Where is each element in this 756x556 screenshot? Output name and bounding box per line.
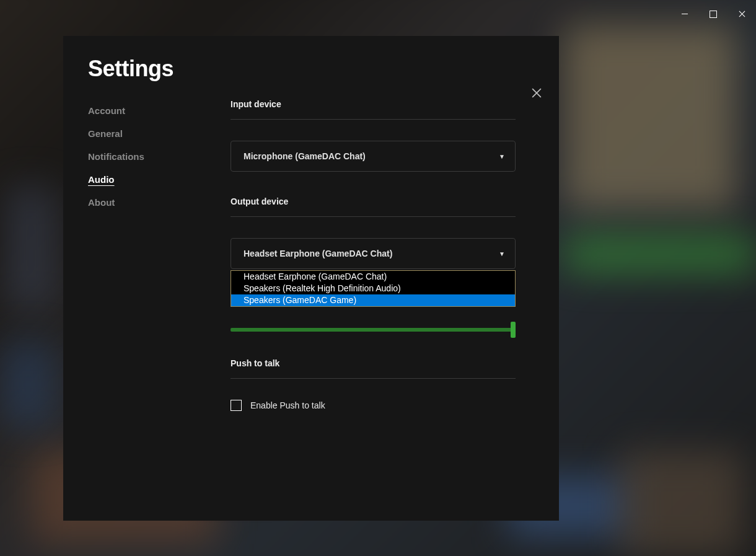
settings-sidebar: Account General Notifications Audio Abou… bbox=[63, 94, 206, 517]
enable-ptt-label: Enable Push to talk bbox=[250, 400, 325, 410]
push-to-talk-label: Push to talk bbox=[231, 358, 516, 379]
chevron-down-icon: ▼ bbox=[499, 250, 505, 257]
page-title: Settings bbox=[88, 56, 559, 82]
sidebar-item-notifications[interactable]: Notifications bbox=[88, 145, 206, 168]
output-device-select-wrap: Headset Earphone (GameDAC Chat) ▼ Headse… bbox=[231, 238, 516, 269]
output-device-label: Output device bbox=[231, 196, 516, 217]
output-device-selected-value: Headset Earphone (GameDAC Chat) bbox=[244, 249, 392, 258]
enable-ptt-checkbox[interactable] bbox=[231, 400, 242, 411]
window-maximize-button[interactable] bbox=[699, 4, 727, 24]
slider-thumb[interactable] bbox=[511, 322, 516, 338]
input-device-select[interactable]: Microphone (GameDAC Chat) ▼ bbox=[231, 141, 516, 172]
input-device-selected-value: Microphone (GameDAC Chat) bbox=[244, 151, 366, 161]
window-titlebar bbox=[0, 0, 756, 28]
volume-slider[interactable] bbox=[231, 324, 516, 336]
enable-ptt-checkbox-row[interactable]: Enable Push to talk bbox=[231, 400, 516, 411]
sidebar-item-about[interactable]: About bbox=[88, 191, 206, 214]
dropdown-option-1[interactable]: Speakers (Realtek High Definition Audio) bbox=[231, 283, 515, 294]
settings-modal: Settings Account General Notifications A… bbox=[63, 36, 559, 521]
chevron-down-icon: ▼ bbox=[499, 153, 505, 160]
input-device-select-wrap: Microphone (GameDAC Chat) ▼ bbox=[231, 141, 516, 172]
settings-content: Input device Microphone (GameDAC Chat) ▼… bbox=[206, 94, 559, 517]
modal-close-button[interactable] bbox=[532, 88, 544, 100]
slider-track bbox=[231, 328, 516, 332]
output-device-select[interactable]: Headset Earphone (GameDAC Chat) ▼ bbox=[231, 238, 516, 269]
sidebar-item-audio[interactable]: Audio bbox=[88, 168, 206, 191]
window-close-button[interactable] bbox=[727, 4, 756, 24]
close-icon bbox=[532, 88, 542, 98]
dropdown-option-2[interactable]: Speakers (GameDAC Game) bbox=[231, 294, 515, 306]
dropdown-option-0[interactable]: Headset Earphone (GameDAC Chat) bbox=[231, 271, 515, 283]
sidebar-item-account[interactable]: Account bbox=[88, 99, 206, 122]
sidebar-item-general[interactable]: General bbox=[88, 122, 206, 145]
output-device-dropdown: Headset Earphone (GameDAC Chat) Speakers… bbox=[231, 270, 516, 307]
window-minimize-button[interactable] bbox=[670, 4, 699, 24]
input-device-label: Input device bbox=[231, 99, 516, 120]
close-icon bbox=[739, 11, 745, 17]
